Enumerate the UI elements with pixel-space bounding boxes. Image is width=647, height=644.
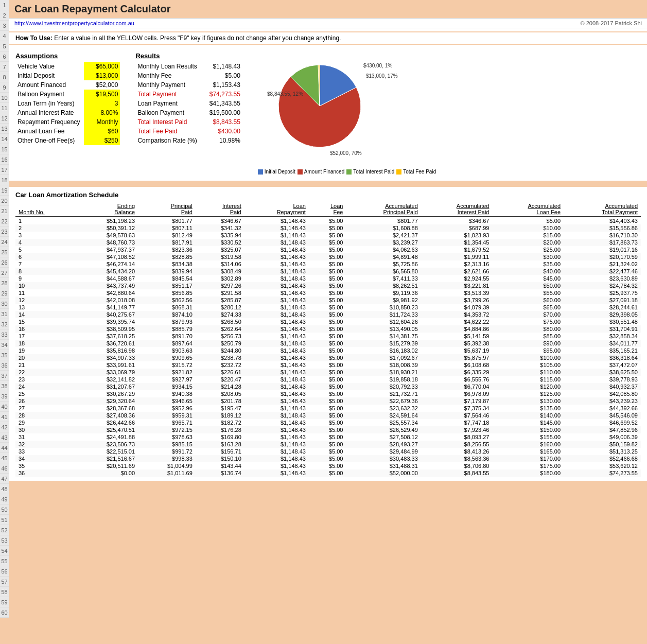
table-cell: $10,850.23: [346, 304, 421, 311]
col-interest-paid: InterestPaid: [196, 202, 244, 217]
table-cell: $214.28: [196, 383, 244, 390]
result-label: Comparison Rate (%): [135, 136, 201, 145]
table-cell: $1,148.43: [244, 390, 309, 397]
table-cell: 25: [15, 390, 75, 397]
table-row: 19$35,816.98$903.63$244.80$1,148.43$5.00…: [15, 347, 641, 354]
table-cell: $52,000.00: [346, 469, 421, 477]
table-cell: $5,875.97: [421, 354, 493, 361]
table-row: 27$28,367.68$952.96$195.47$1,148.43$5.00…: [15, 405, 641, 412]
table-cell: $1,148.43: [244, 304, 309, 311]
table-row: 28$27,408.36$959.31$189.12$1,148.43$5.00…: [15, 412, 641, 419]
col-acc-total: AccumulatedTotal Payment: [564, 202, 641, 217]
table-cell: $5.00: [309, 361, 346, 369]
table-cell: $25,937.75: [564, 289, 641, 297]
table-cell: $7,179.87: [421, 397, 493, 405]
table-cell: 7: [15, 260, 75, 268]
assumption-label: Annual Interest Rate: [15, 108, 84, 117]
table-cell: $4,353.72: [421, 311, 493, 318]
assumption-value[interactable]: 8.00%: [84, 108, 120, 117]
table-cell: $851.17: [138, 282, 196, 289]
table-cell: $27,508.12: [346, 433, 421, 441]
table-cell: $5.00: [309, 455, 346, 462]
table-row: 31$24,491.88$978.63$169.80$1,148.43$5.00…: [15, 433, 641, 441]
table-cell: $959.31: [138, 412, 196, 419]
result-value: $8,843.55: [201, 117, 242, 127]
table-row: 8$45,434.20$839.94$308.49$1,148.43$5.00$…: [15, 268, 641, 275]
legend-item: Initial Deposit: [258, 169, 295, 175]
table-cell: $1,148.43: [244, 469, 309, 477]
results-title: Results: [135, 52, 242, 60]
table-cell: $927.97: [138, 376, 196, 383]
result-label: Monthly Loan Results: [135, 62, 201, 71]
table-cell: $5.00: [309, 304, 346, 311]
assumption-value[interactable]: $19,500: [84, 90, 120, 99]
assumption-label: Balloon Payment: [15, 90, 84, 99]
table-cell: $150.10: [196, 455, 244, 462]
table-cell: $20.00: [492, 239, 564, 246]
assumption-value[interactable]: $60: [84, 127, 120, 136]
table-cell: $135.00: [492, 405, 564, 412]
table-row: 18$36,720.61$897.64$250.79$1,148.43$5.00…: [15, 340, 641, 347]
table-cell: $28,244.61: [564, 304, 641, 311]
table-cell: $5.00: [492, 217, 564, 224]
table-cell: $115.00: [492, 376, 564, 383]
table-cell: 30: [15, 426, 75, 433]
table-cell: $991.72: [138, 448, 196, 455]
table-cell: $1,148.43: [244, 383, 309, 390]
table-row: 14$40,275.67$874.10$274.33$1,148.43$5.00…: [15, 311, 641, 318]
chart-legend: Initial DepositAmount FinancedTotal Inte…: [258, 169, 641, 175]
table-row: 15$39,395.74$879.93$268.50$1,148.43$5.00…: [15, 318, 641, 325]
table-row: 12$42,018.08$862.56$285.87$1,148.43$5.00…: [15, 297, 641, 304]
table-cell: $31,207.67: [75, 383, 138, 390]
table-cell: 31: [15, 433, 75, 441]
table-cell: $46,274.14: [75, 260, 138, 268]
table-row: 35$20,511.69$1,004.99$143.44$1,148.43$5.…: [15, 462, 641, 469]
table-row: 33$22,515.01$991.72$156.71$1,148.43$5.00…: [15, 448, 641, 455]
assumption-value[interactable]: $13,000: [84, 71, 120, 80]
table-cell: $70.00: [492, 311, 564, 318]
table-cell: $921.82: [138, 369, 196, 376]
table-cell: $6,335.29: [421, 369, 493, 376]
table-cell: $4,891.48: [346, 253, 421, 260]
result-label: Total Payment: [135, 90, 201, 99]
table-cell: $285.87: [196, 297, 244, 304]
table-cell: $5.00: [309, 412, 346, 419]
table-cell: $5.00: [309, 376, 346, 383]
table-cell: $4,622.22: [421, 318, 493, 325]
table-cell: $226.61: [196, 369, 244, 376]
table-cell: $51,313.25: [564, 448, 641, 455]
table-cell: $30,267.29: [75, 390, 138, 397]
table-cell: $52,466.68: [564, 455, 641, 462]
assumption-label: Initial Deposit: [15, 71, 84, 80]
legend-item: Total Interest Paid: [346, 169, 394, 175]
table-cell: 22: [15, 369, 75, 376]
assumption-row: Annual Interest Rate8.00%: [15, 108, 120, 117]
assumption-value[interactable]: Monthly: [84, 117, 120, 127]
table-cell: $42,880.64: [75, 289, 138, 297]
table-cell: $845.54: [138, 275, 196, 282]
table-cell: $42,018.08: [75, 297, 138, 304]
table-cell: $297.26: [196, 282, 244, 289]
assumption-value[interactable]: $65,000: [84, 62, 120, 71]
table-cell: $1,148.43: [244, 275, 309, 282]
table-cell: $280.12: [196, 304, 244, 311]
table-row: 3$49,578.63$812.49$335.94$1,148.43$5.00$…: [15, 232, 641, 239]
website-link[interactable]: http://www.investmentpropertycalculator.…: [14, 20, 134, 26]
table-cell: $5.00: [309, 369, 346, 376]
table-cell: 35: [15, 462, 75, 469]
table-row: 4$48,760.73$817.91$330.52$1,148.43$5.00$…: [15, 239, 641, 246]
table-cell: $53,620.12: [564, 462, 641, 469]
table-cell: $7,411.33: [346, 275, 421, 282]
table-cell: $891.70: [138, 333, 196, 340]
assumption-value[interactable]: $250: [84, 136, 120, 145]
table-cell: $21,732.71: [346, 390, 421, 397]
table-cell: $3,221.81: [421, 282, 493, 289]
table-cell: $25.00: [492, 246, 564, 253]
table-cell: $1,148.43: [244, 354, 309, 361]
table-cell: $828.85: [138, 253, 196, 260]
assumption-row: Balloon Payment$19,500: [15, 90, 120, 99]
assumption-value[interactable]: 3: [84, 99, 120, 108]
table-cell: $5.00: [309, 246, 346, 253]
table-cell: $801.77: [346, 217, 421, 224]
page-title: Car Loan Repayment Calculator: [14, 3, 170, 14]
